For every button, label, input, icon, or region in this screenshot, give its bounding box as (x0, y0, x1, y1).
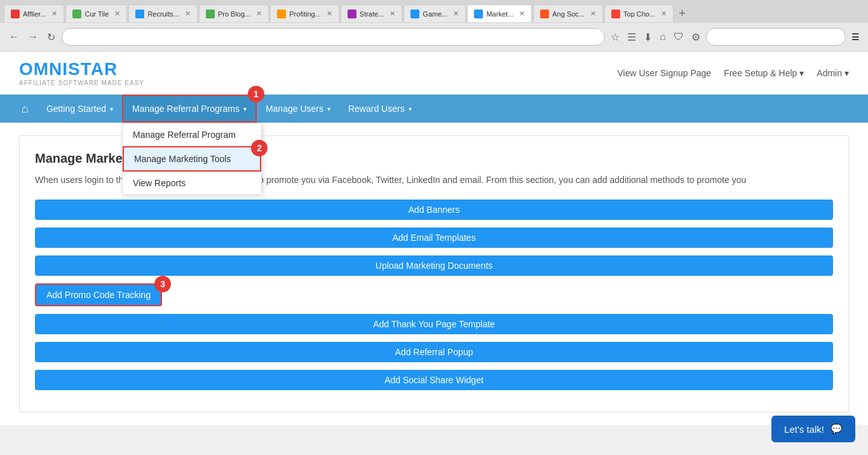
star-icon[interactable]: ☆ (609, 29, 621, 45)
add-social-share-widget-button[interactable]: Add Social Share Widget (35, 370, 833, 390)
add-referral-popup-button[interactable]: Add Referral Popup (35, 342, 833, 362)
tab-favicon-6 (348, 10, 356, 18)
tab-close-8[interactable]: ✕ (519, 10, 525, 18)
tab-3[interactable]: Recruits... ✕ (128, 4, 198, 22)
tab-favicon-7 (410, 10, 419, 18)
free-setup-label: Free Setup & Help (724, 68, 797, 78)
nav-reward-users[interactable]: Reward Users ▾ (339, 95, 421, 123)
tab-close-10[interactable]: ✕ (661, 10, 667, 18)
menu-icon[interactable]: ☰ (850, 30, 862, 44)
extensions-icon[interactable]: ⚙ (689, 29, 702, 45)
logo-tagline: AFFILIATE SOFTWARE MADE EASY (19, 79, 144, 86)
tab-favicon-3 (135, 10, 144, 18)
refresh-button[interactable]: ↻ (44, 29, 58, 46)
step-badge-2: 2 (251, 140, 268, 156)
tab-close-5[interactable]: ✕ (327, 10, 332, 18)
step-badge-3: 3 (154, 276, 171, 292)
logo-suffix: STAR (68, 59, 118, 79)
tab-favicon-5 (277, 10, 286, 18)
tab-close-4[interactable]: ✕ (256, 10, 262, 18)
tab-10[interactable]: Top Cho... ✕ (604, 4, 674, 22)
tab-close-3[interactable]: ✕ (185, 10, 191, 18)
nav-reward-users-label: Reward Users (348, 104, 405, 114)
top-header: OMNISTAR AFFILIATE SOFTWARE MADE EASY Vi… (0, 51, 868, 95)
nav-reward-users-caret: ▾ (409, 105, 412, 112)
app-container: OMNISTAR AFFILIATE SOFTWARE MADE EASY Vi… (0, 51, 868, 425)
nav-manage-users-label: Manage Users (266, 104, 323, 114)
tab-label-7: Game... (423, 10, 447, 18)
nav-reward-users-wrapper: Reward Users ▾ (339, 95, 421, 123)
home-nav-icon[interactable]: ⌂ (13, 102, 37, 116)
tab-label-9: Ang Soc... (552, 10, 585, 18)
tab-close-7[interactable]: ✕ (453, 10, 459, 18)
dropdown-view-reports[interactable]: View Reports (123, 172, 261, 194)
tab-8[interactable]: Market... ✕ (467, 4, 532, 22)
back-button[interactable]: ← (6, 29, 22, 45)
tab-favicon-4 (206, 10, 215, 18)
chat-icon: 💬 (831, 423, 843, 435)
tab-label-2: Cur Tile (85, 10, 109, 18)
view-signup-link[interactable]: View User Signup Page (618, 68, 712, 78)
download-icon[interactable]: ⬇ (642, 29, 654, 45)
home-browser-icon[interactable]: ⌂ (658, 29, 668, 44)
tab-favicon-9 (540, 10, 549, 18)
nav-manage-referral[interactable]: Manage Referral Programs ▾ (122, 95, 257, 123)
tab-1[interactable]: Afflier... ✕ (4, 4, 64, 22)
logo-prefix: OMNI (19, 59, 68, 79)
logo: OMNISTAR AFFILIATE SOFTWARE MADE EASY (19, 59, 144, 86)
nav-manage-referral-caret: ▾ (243, 105, 247, 112)
tab-4[interactable]: Pro Blog... ✕ (199, 4, 269, 22)
top-nav-links: View User Signup Page Free Setup & Help … (618, 68, 849, 78)
tab-bar: Afflier... ✕ Cur Tile ✕ Recruits... ✕ Pr… (0, 0, 868, 23)
tab-label-6: Strate... (360, 10, 384, 18)
add-promo-code-button[interactable]: Add Promo Code Tracking (35, 283, 162, 306)
dropdown-manage-marketing-tools[interactable]: Manage Marketing Tools 2 (123, 146, 261, 172)
add-thank-you-page-button[interactable]: Add Thank You Page Template (35, 314, 833, 334)
new-tab-button[interactable]: + (675, 7, 689, 20)
action-buttons: Add Banners Add Email Templates Upload M… (35, 200, 833, 397)
tab-favicon-1 (11, 10, 20, 18)
add-email-templates-button[interactable]: Add Email Templates (35, 228, 833, 248)
nav-manage-referral-wrapper: Manage Referral Programs ▾ 1 Manage Refe… (122, 95, 257, 123)
tab-close-9[interactable]: ✕ (590, 10, 596, 18)
add-banners-button[interactable]: Add Banners (35, 200, 833, 220)
browser-toolbar: ☆ ☰ ⬇ ⌂ 🛡 ⚙ (609, 29, 702, 45)
tab-close-2[interactable]: ✕ (114, 10, 120, 18)
nav-getting-started-wrapper: Getting Started ▾ (37, 95, 122, 123)
main-nav: ⌂ Getting Started ▾ Manage Referral Prog… (0, 95, 868, 123)
logo-text: OMNISTAR (19, 59, 144, 79)
tab-close-1[interactable]: ✕ (51, 10, 57, 18)
admin-caret: ▾ (844, 68, 849, 78)
nav-manage-users-caret: ▾ (327, 105, 330, 112)
dropdown-manage-referral-program[interactable]: Manage Referral Program (123, 123, 261, 146)
free-setup-caret: ▾ (799, 68, 804, 78)
tab-5[interactable]: Profiting... ✕ (270, 4, 339, 22)
nav-manage-referral-label: Manage Referral Programs (132, 104, 240, 114)
admin-dropdown[interactable]: Admin ▾ (817, 68, 849, 78)
add-promo-code-wrapper: Add Promo Code Tracking 3 (35, 283, 162, 313)
shield-icon[interactable]: 🛡 (672, 29, 686, 44)
nav-getting-started[interactable]: Getting Started ▾ (37, 95, 122, 123)
tab-6[interactable]: Strate... ✕ (341, 4, 403, 22)
tab-2[interactable]: Cur Tile ✕ (65, 4, 127, 22)
address-input[interactable]: https:// /admin/marketing_tools (62, 28, 605, 46)
tab-label-5: Profiting... (289, 10, 321, 18)
upload-marketing-documents-button[interactable]: Upload Marketing Documents (35, 255, 833, 276)
chat-label: Let's talk! (784, 424, 824, 435)
tab-label-8: Market... (486, 10, 513, 18)
nav-manage-users[interactable]: Manage Users ▾ (257, 95, 339, 123)
nav-getting-started-caret: ▾ (110, 105, 113, 112)
chat-button[interactable]: Let's talk! 💬 (771, 416, 855, 442)
reader-icon[interactable]: ☰ (625, 29, 638, 45)
tab-9[interactable]: Ang Soc... ✕ (533, 4, 603, 22)
tab-close-6[interactable]: ✕ (390, 10, 395, 18)
nav-getting-started-label: Getting Started (46, 104, 106, 114)
tab-label-1: Afflier... (23, 10, 46, 18)
forward-button[interactable]: → (25, 29, 41, 45)
tab-7[interactable]: Game... ✕ (403, 4, 466, 22)
search-input[interactable] (706, 28, 846, 46)
address-bar: ← → ↻ https:// /admin/marketing_tools ☆ … (0, 23, 868, 51)
free-setup-dropdown[interactable]: Free Setup & Help ▾ (724, 68, 804, 78)
referral-dropdown: Manage Referral Program Manage Marketing… (122, 123, 262, 195)
tab-favicon-2 (72, 10, 81, 18)
